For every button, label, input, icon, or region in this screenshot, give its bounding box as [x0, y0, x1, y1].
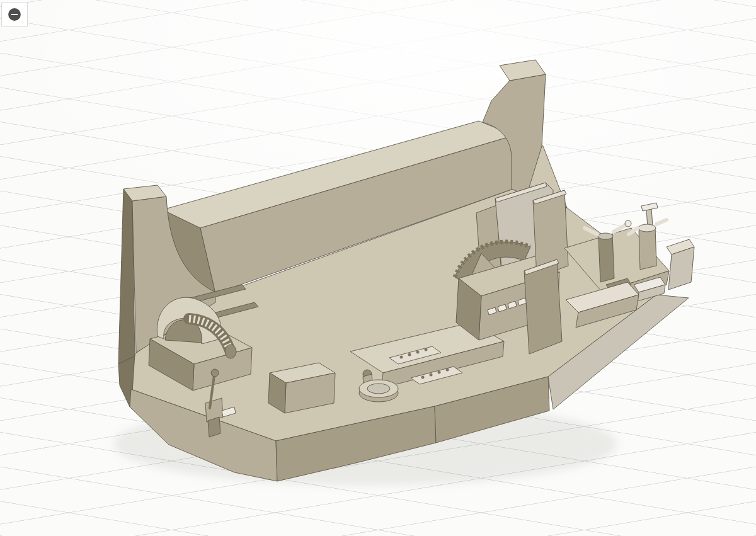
rivet — [438, 371, 441, 374]
periscope-2-body — [639, 227, 656, 270]
rivet — [400, 356, 403, 359]
tall-plate-front — [524, 259, 562, 354]
periscope-2-stem-top — [641, 203, 658, 211]
lever-foot — [208, 417, 220, 437]
rivet — [416, 351, 420, 354]
minus-glyph — [11, 14, 18, 15]
collapse-panel-button[interactable] — [1, 2, 28, 27]
lever-knob — [211, 369, 219, 377]
minus-circle-icon — [8, 8, 21, 21]
dial-inner-ring — [367, 384, 390, 394]
periscope-2-handle-right — [656, 220, 667, 224]
cockpit-console-model[interactable] — [113, 60, 694, 486]
rivet — [425, 348, 428, 351]
rivet — [430, 373, 433, 377]
periscope-2-cap — [638, 224, 656, 232]
rivet — [421, 376, 425, 379]
hose-end-fitting — [225, 345, 236, 358]
periscope-1-knob — [625, 220, 631, 227]
rivet — [446, 368, 449, 372]
model-canvas — [0, 0, 756, 536]
periscope-1-body — [598, 234, 614, 282]
left-pylon-side-face — [118, 189, 135, 364]
rivet — [408, 353, 411, 356]
periscope-1-cap — [598, 233, 613, 239]
viewport[interactable] — [0, 0, 756, 536]
